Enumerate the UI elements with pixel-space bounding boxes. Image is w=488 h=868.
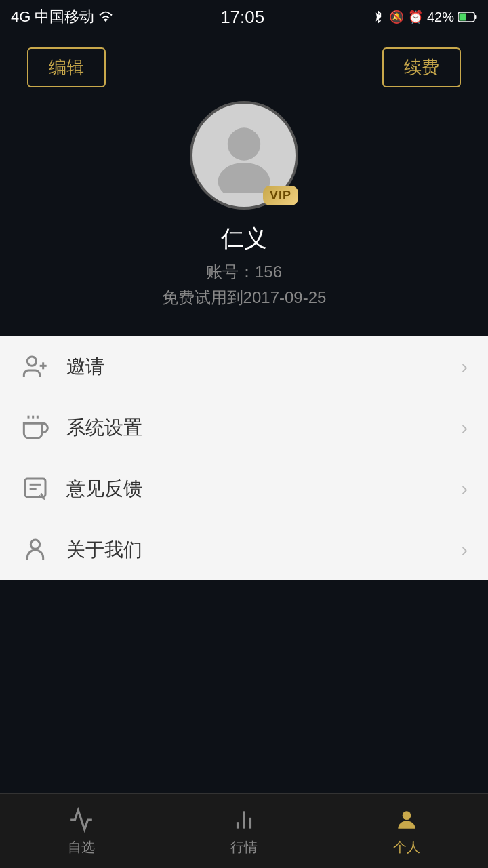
watchlist-nav-icon (67, 806, 96, 834)
battery-icon (458, 12, 477, 22)
alarm-icon: ⏰ (408, 9, 423, 24)
svg-point-4 (218, 163, 270, 193)
invite-arrow: › (462, 356, 468, 378)
settings-label: 系统设置 (66, 415, 462, 441)
renew-button[interactable]: 续费 (382, 47, 461, 87)
svg-point-14 (30, 540, 39, 549)
mute-icon: 🔕 (389, 9, 404, 24)
battery-text: 42% (427, 9, 454, 25)
wifi-icon (98, 9, 113, 24)
svg-rect-2 (460, 14, 466, 21)
trial-info: 免费试用到2017-09-25 (162, 287, 327, 309)
menu-item-about[interactable]: 关于我们 › (0, 519, 488, 580)
feedback-arrow: › (462, 478, 468, 500)
account-info: 账号：156 (206, 261, 282, 283)
menu-list: 邀请 › 系统设置 › 意见反馈 › (0, 336, 488, 580)
nav-item-profile[interactable]: 个人 (325, 794, 488, 868)
svg-point-18 (403, 811, 411, 820)
bottom-nav: 自选 行情 个人 (0, 793, 488, 868)
status-bar: 4G 中国移动 17:05 🔕 ⏰ 42% (0, 0, 488, 34)
profile-nav-label: 个人 (393, 838, 420, 856)
header-buttons: 编辑 续费 (27, 47, 461, 87)
svg-point-3 (228, 127, 260, 160)
market-nav-icon (230, 806, 258, 834)
username: 仁义 (221, 223, 267, 254)
feedback-icon (20, 474, 50, 504)
feedback-label: 意见反馈 (66, 476, 462, 502)
status-time: 17:05 (220, 7, 264, 28)
invite-icon (20, 352, 50, 382)
carrier-text: 中国移动 (35, 7, 94, 27)
market-nav-label: 行情 (230, 838, 258, 856)
profile-nav-icon (392, 806, 421, 834)
menu-item-invite[interactable]: 邀请 › (0, 336, 488, 397)
status-left: 4G 中国移动 (11, 7, 113, 27)
edit-button[interactable]: 编辑 (27, 47, 106, 87)
about-label: 关于我们 (66, 537, 462, 563)
signal-text: 4G (11, 8, 30, 26)
nav-item-market[interactable]: 行情 (163, 794, 325, 868)
svg-point-5 (27, 357, 36, 366)
watchlist-nav-label: 自选 (68, 838, 95, 856)
bluetooth-icon (371, 10, 385, 24)
avatar-wrapper: VIP (190, 101, 298, 210)
vip-badge: VIP (263, 186, 298, 205)
avatar-person-svg (207, 118, 281, 193)
about-arrow: › (462, 539, 468, 561)
nav-item-watchlist[interactable]: 自选 (0, 794, 163, 868)
settings-icon (20, 413, 50, 443)
profile-header: 编辑 续费 VIP 仁义 账号：156 免费试用到2017-09-25 (0, 34, 488, 336)
invite-label: 邀请 (66, 354, 462, 380)
about-icon (20, 535, 50, 565)
svg-rect-1 (475, 15, 477, 19)
menu-item-feedback[interactable]: 意见反馈 › (0, 458, 488, 519)
settings-arrow: › (462, 417, 468, 439)
menu-item-settings[interactable]: 系统设置 › (0, 397, 488, 458)
status-right: 🔕 ⏰ 42% (371, 9, 477, 25)
